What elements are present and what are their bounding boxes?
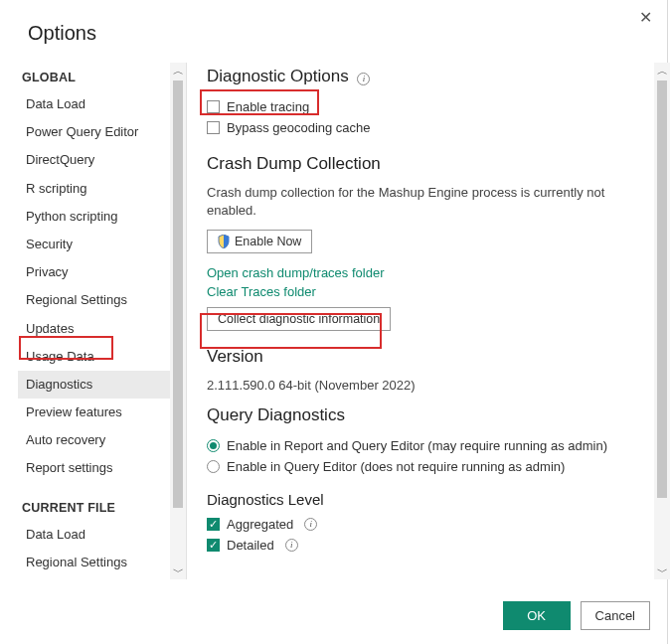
clear-traces-folder-link[interactable]: Clear Traces folder [207,282,650,301]
diagnostics-level-header: Diagnostics Level [207,491,650,508]
sidebar-item-python-scripting[interactable]: Python scripting [18,203,186,231]
sidebar-item-auto-recovery[interactable]: Auto recovery [18,426,186,454]
qd-option-report-and-query[interactable]: Enable in Report and Query Editor (may r… [207,435,650,456]
qd-radio-2[interactable] [207,460,220,473]
cancel-button[interactable]: Cancel [581,601,650,630]
aggregated-checkbox[interactable]: ✓ [207,518,220,531]
qd-radio-2-label: Enable in Query Editor (does not require… [227,459,565,474]
scroll-down-icon[interactable]: ﹀ [654,564,670,579]
sidebar-item-r-scripting[interactable]: R scripting [18,175,186,203]
info-icon[interactable]: i [285,539,298,552]
sidebar-item-regional-settings[interactable]: Regional Settings [18,286,186,314]
sidebar-item-security[interactable]: Security [18,231,186,258]
info-icon[interactable]: i [357,73,370,85]
sidebar-item-cf-data-load[interactable]: Data Load [18,521,186,549]
main-content: Diagnostic Options i Enable tracing Bypa… [187,63,670,579]
enable-tracing-checkbox[interactable] [207,100,220,113]
qd-radio-1-label: Enable in Report and Query Editor (may r… [227,438,607,453]
scroll-down-icon[interactable]: ﹀ [170,564,186,579]
collect-diagnostic-info-label: Collect diagnostic information [218,312,380,326]
enable-tracing-row[interactable]: Enable tracing [207,96,650,117]
qd-option-query-only[interactable]: Enable in Query Editor (does not require… [207,456,650,477]
sidebar-item-updates[interactable]: Updates [18,315,186,343]
bypass-geocoding-label: Bypass geocoding cache [227,120,371,135]
enable-now-label: Enable Now [235,235,301,248]
sidebar-item-cf-regional-settings[interactable]: Regional Settings [18,549,186,576]
scroll-thumb[interactable] [657,80,667,498]
diagnostic-options-header: Diagnostic Options i [207,67,650,86]
sidebar-scrollbar[interactable]: ︿ ﹀ [170,63,186,579]
aggregated-row[interactable]: ✓ Aggregated i [207,514,650,535]
shield-icon [218,235,230,248]
close-icon[interactable]: ✕ [639,8,652,27]
dialog-footer: OK Cancel [503,601,650,630]
ok-button[interactable]: OK [503,601,571,630]
sidebar-item-cf-privacy[interactable]: Privacy [18,576,186,579]
sidebar-item-report-settings[interactable]: Report settings [18,454,186,482]
sidebar-item-preview-features[interactable]: Preview features [18,399,186,426]
sidebar-item-directquery[interactable]: DirectQuery [18,146,186,174]
crash-dump-desc: Crash dump collection for the Mashup Eng… [207,184,650,220]
info-icon[interactable]: i [304,518,317,531]
detailed-row[interactable]: ✓ Detailed i [207,535,650,556]
sidebar-item-privacy[interactable]: Privacy [18,258,186,286]
open-traces-folder-link[interactable]: Open crash dump/traces folder [207,263,650,282]
detailed-label: Detailed [227,538,274,553]
aggregated-label: Aggregated [227,517,293,532]
scroll-up-icon[interactable]: ︿ [170,63,186,79]
crash-dump-header: Crash Dump Collection [207,154,650,174]
version-header: Version [207,347,650,367]
sidebar: GLOBAL Data Load Power Query Editor Dire… [0,63,187,579]
main-scrollbar[interactable]: ︿ ﹀ [654,63,670,579]
sidebar-item-data-load[interactable]: Data Load [18,90,186,118]
sidebar-group-global: GLOBAL [22,71,186,84]
scroll-up-icon[interactable]: ︿ [654,63,670,79]
scroll-thumb[interactable] [173,80,183,508]
bypass-geocoding-row[interactable]: Bypass geocoding cache [207,117,650,138]
sidebar-item-power-query-editor[interactable]: Power Query Editor [18,118,186,146]
bypass-geocoding-checkbox[interactable] [207,121,220,134]
detailed-checkbox[interactable]: ✓ [207,539,220,552]
version-text: 2.111.590.0 64-bit (November 2022) [207,377,650,395]
enable-tracing-label: Enable tracing [227,99,309,114]
enable-now-button[interactable]: Enable Now [207,230,312,253]
sidebar-item-usage-data[interactable]: Usage Data [18,343,186,371]
sidebar-item-diagnostics[interactable]: Diagnostics [18,371,186,399]
diagnostic-options-label: Diagnostic Options [207,67,349,85]
qd-radio-1[interactable] [207,439,220,452]
dialog-title: Options [0,0,670,63]
sidebar-group-current-file: CURRENT FILE [22,501,186,515]
query-diagnostics-header: Query Diagnostics [207,405,650,425]
collect-diagnostic-info-button[interactable]: Collect diagnostic information [207,307,391,331]
